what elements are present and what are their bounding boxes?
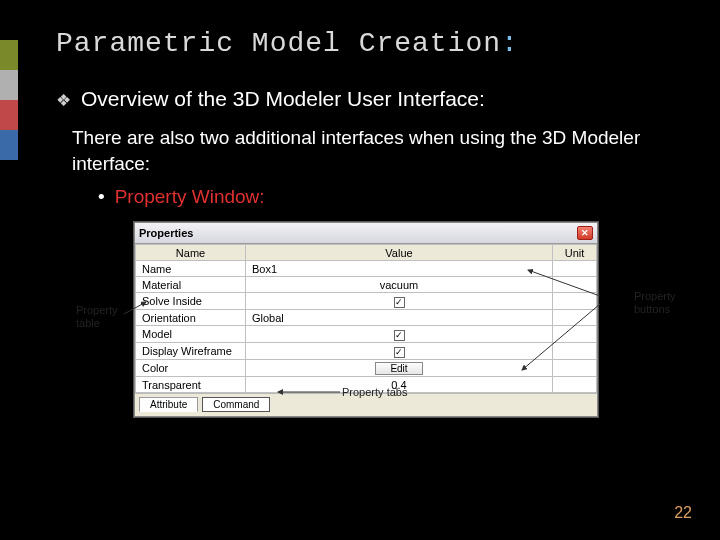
sub-bullet: • Property Window: (0, 176, 720, 208)
cell-unit (553, 360, 597, 377)
table-row: Solve Inside✓ (136, 293, 597, 310)
slide-title: Parametric Model Creation: (0, 0, 720, 59)
table-row: Display Wireframe✓ (136, 343, 597, 360)
accent-strip (0, 40, 18, 160)
cell-name: Color (136, 360, 246, 377)
cell-value[interactable]: ✓ (246, 293, 553, 310)
cell-value[interactable]: Global (246, 310, 553, 326)
cell-value[interactable]: vacuum (246, 277, 553, 293)
bullet-text: Overview of the 3D Modeler User Interfac… (81, 87, 485, 111)
cell-name: Material (136, 277, 246, 293)
cell-value[interactable]: Edit (246, 360, 553, 377)
table-row: NameBox1 (136, 261, 597, 277)
cell-name: Model (136, 326, 246, 343)
cell-value[interactable]: ✓ (246, 343, 553, 360)
cell-name: Display Wireframe (136, 343, 246, 360)
callout-property-table: Property table (76, 304, 130, 329)
properties-figure: Property table Property buttons Property… (80, 222, 640, 417)
dot-bullet-icon: • (98, 186, 105, 208)
properties-title: Properties (139, 227, 193, 239)
cell-value[interactable]: ✓ (246, 326, 553, 343)
col-value: Value (246, 245, 553, 261)
checkbox-icon[interactable]: ✓ (394, 347, 405, 358)
cell-unit (553, 326, 597, 343)
properties-titlebar: Properties ✕ (135, 223, 597, 244)
table-header-row: Name Value Unit (136, 245, 597, 261)
cell-unit (553, 293, 597, 310)
col-name: Name (136, 245, 246, 261)
cell-name: Transparent (136, 377, 246, 393)
table-row: ColorEdit (136, 360, 597, 377)
cell-value[interactable]: Box1 (246, 261, 553, 277)
cell-unit (553, 310, 597, 326)
sub-bullet-text: Property Window: (115, 186, 265, 208)
close-icon[interactable]: ✕ (577, 226, 593, 240)
table-row: Model✓ (136, 326, 597, 343)
page-number: 22 (674, 504, 692, 522)
title-colon: : (501, 28, 519, 59)
table-row: Materialvacuum (136, 277, 597, 293)
title-text: Parametric Model Creation (56, 28, 501, 59)
cell-name: Orientation (136, 310, 246, 326)
checkbox-icon[interactable]: ✓ (394, 330, 405, 341)
col-unit: Unit (553, 245, 597, 261)
tab-attribute[interactable]: Attribute (139, 397, 198, 412)
tab-command[interactable]: Command (202, 397, 270, 412)
callout-property-buttons: Property buttons (634, 290, 690, 315)
edit-button[interactable]: Edit (375, 362, 422, 375)
cell-name: Solve Inside (136, 293, 246, 310)
cell-unit (553, 343, 597, 360)
properties-table: Name Value Unit NameBox1MaterialvacuumSo… (135, 244, 597, 393)
checkbox-icon[interactable]: ✓ (394, 297, 405, 308)
cell-unit (553, 277, 597, 293)
bullet-row: ❖ Overview of the 3D Modeler User Interf… (0, 59, 720, 115)
paragraph: There are also two additional interfaces… (0, 115, 720, 176)
table-row: OrientationGlobal (136, 310, 597, 326)
diamond-bullet-icon: ❖ (56, 87, 71, 115)
cell-unit (553, 377, 597, 393)
callout-property-tabs: Property tabs (342, 386, 407, 398)
cell-name: Name (136, 261, 246, 277)
cell-unit (553, 261, 597, 277)
